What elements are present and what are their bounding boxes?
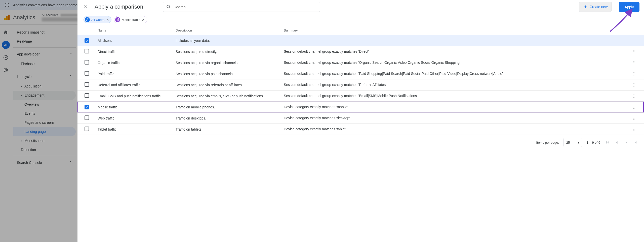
row-more-button[interactable] [626, 127, 641, 132]
table-row[interactable]: Mobile trafficTraffic on mobile phones.D… [77, 102, 644, 113]
svg-point-20 [634, 62, 634, 63]
first-page-button[interactable] [605, 140, 610, 145]
svg-point-12 [167, 5, 170, 8]
modal-title: Apply a comparison [95, 4, 143, 10]
row-name: All Users [98, 39, 176, 43]
apply-button[interactable]: Apply [619, 2, 639, 12]
row-description: Sessions acquired via referrals or affil… [176, 83, 284, 87]
next-page-button[interactable] [624, 140, 629, 145]
row-summary: Device category exactly matches 'tablet' [284, 127, 626, 132]
row-description: Sessions acquired via paid channels. [176, 72, 284, 76]
items-per-page-label: Items per page: [536, 141, 559, 144]
table-row[interactable]: Referral and affiliates trafficSessions … [77, 79, 644, 90]
table-row[interactable]: Paid trafficSessions acquired via paid c… [77, 68, 644, 79]
svg-point-23 [634, 73, 634, 74]
chip-badge: M [115, 17, 120, 22]
row-summary: Device category exactly matches 'mobile' [284, 105, 626, 109]
row-checkbox[interactable] [85, 82, 89, 87]
svg-point-26 [634, 84, 634, 85]
row-checkbox[interactable] [85, 71, 89, 76]
row-summary: Session default channel group exactly ma… [284, 60, 626, 65]
svg-point-16 [634, 50, 634, 51]
svg-point-21 [634, 64, 634, 64]
row-description: Sessions acquired via organic channels. [176, 61, 284, 65]
row-summary: Session default channel group exactly ma… [284, 94, 626, 98]
table-row[interactable]: Web trafficTraffic on desktops.Device ca… [77, 113, 644, 124]
search-input[interactable] [174, 5, 317, 9]
svg-point-37 [634, 128, 634, 128]
plus-icon [583, 5, 588, 9]
chip-all-users[interactable]: A All Users [84, 16, 111, 23]
row-name: Paid traffic [98, 72, 176, 76]
svg-point-18 [634, 52, 634, 53]
row-name: Email, SMS and push notifications traffi… [98, 94, 176, 98]
chip-mobile-traffic[interactable]: M Mobile traffic [114, 16, 147, 23]
row-summary: Session default channel group exactly ma… [284, 82, 626, 87]
svg-point-25 [634, 83, 634, 84]
svg-point-36 [634, 119, 634, 120]
row-name: Tablet traffic [98, 127, 176, 131]
row-name: Web traffic [98, 116, 176, 120]
comparison-modal: Apply a comparison Create new Apply A Al… [77, 0, 644, 242]
row-description: Traffic on tablets. [176, 127, 284, 131]
col-description: Description [176, 28, 284, 32]
row-summary: Session default channel group exactly ma… [284, 49, 626, 54]
table-header: Name Description Summary [77, 26, 644, 35]
search-field[interactable] [163, 2, 320, 12]
row-description: Includes all your data. [176, 39, 284, 43]
svg-point-35 [634, 118, 634, 118]
close-icon[interactable] [106, 18, 109, 21]
row-name: Mobile traffic [98, 105, 176, 109]
last-page-button[interactable] [633, 140, 638, 145]
svg-line-13 [169, 8, 170, 9]
table-row[interactable]: Email, SMS and push notifications traffi… [77, 90, 644, 102]
create-new-button[interactable]: Create new [579, 2, 612, 12]
svg-point-24 [634, 75, 634, 75]
search-icon [166, 4, 171, 9]
row-description: Traffic on mobile phones. [176, 105, 284, 109]
row-name: Organic traffic [98, 61, 176, 65]
row-description: Traffic on desktops. [176, 116, 284, 120]
close-icon[interactable] [142, 18, 145, 21]
row-more-button[interactable] [626, 94, 641, 98]
prev-page-button[interactable] [614, 140, 619, 145]
row-more-button[interactable] [626, 49, 641, 54]
svg-point-29 [634, 96, 634, 96]
row-checkbox[interactable] [85, 105, 89, 109]
row-more-button[interactable] [626, 72, 641, 76]
row-summary: Device category exactly matches 'desktop… [284, 116, 626, 120]
row-checkbox[interactable] [85, 49, 89, 53]
svg-point-27 [634, 86, 634, 86]
selected-chips: A All Users M Mobile traffic [77, 14, 644, 26]
row-more-button[interactable] [626, 105, 641, 109]
row-more-button[interactable] [626, 83, 641, 87]
table-row[interactable]: Direct trafficSessions acquired directly… [77, 46, 644, 57]
page-range: 1 – 9 of 9 [587, 141, 600, 144]
row-checkbox[interactable] [85, 127, 89, 131]
row-more-button[interactable] [626, 116, 641, 120]
row-name: Referral and affiliates traffic [98, 83, 176, 87]
row-checkbox[interactable] [85, 93, 89, 98]
row-checkbox[interactable] [85, 115, 89, 120]
svg-point-39 [634, 130, 634, 131]
svg-point-17 [634, 51, 634, 52]
row-checkbox[interactable] [85, 60, 89, 65]
chevron-down-icon: ▾ [578, 141, 579, 144]
chip-badge: A [85, 17, 90, 22]
svg-point-38 [634, 129, 634, 130]
svg-point-19 [634, 61, 634, 62]
table-row[interactable]: Organic trafficSessions acquired via org… [77, 57, 644, 68]
page-size-select[interactable]: 25 ▾ [564, 138, 582, 147]
svg-point-31 [634, 105, 634, 106]
row-summary: Session default channel group exactly ma… [284, 71, 626, 76]
row-checkbox[interactable] [85, 38, 89, 43]
col-summary: Summary [284, 28, 626, 32]
row-description: Sessions acquired directly. [176, 50, 284, 54]
pagination: Items per page: 25 ▾ 1 – 9 of 9 [77, 135, 644, 150]
table-row[interactable]: Tablet trafficTraffic on tablets.Device … [77, 124, 644, 135]
row-more-button[interactable] [626, 60, 641, 65]
row-name: Direct traffic [98, 50, 176, 54]
svg-point-28 [634, 94, 634, 95]
close-button[interactable] [81, 2, 90, 11]
table-row[interactable]: All UsersIncludes all your data. [77, 35, 644, 46]
